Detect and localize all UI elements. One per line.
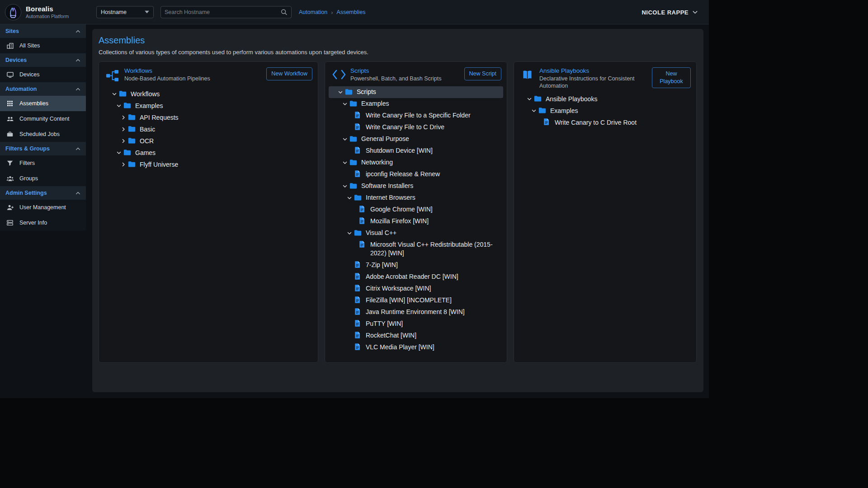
chevron-down-icon[interactable]	[340, 133, 349, 142]
chevron-down-icon[interactable]	[110, 88, 118, 97]
sidebar-item-all-sites[interactable]: All Sites	[0, 38, 86, 53]
file-icon	[358, 216, 369, 225]
file-icon	[358, 239, 369, 248]
search-input[interactable]	[165, 9, 280, 15]
tree-file-row[interactable]: Shutdown Device [WIN]	[329, 145, 503, 157]
chevron-spacer	[345, 330, 354, 333]
folder-icon	[127, 135, 139, 145]
tree-file-row[interactable]: FileZilla [WIN] [INCOMPLETE]	[329, 295, 503, 306]
chevron-down-icon[interactable]	[114, 100, 123, 109]
sidebar-section-header[interactable]: Automation	[0, 82, 86, 96]
sidebar-item-groups[interactable]: Groups	[0, 171, 86, 186]
chevron-down-icon[interactable]	[340, 157, 349, 166]
chevron-down-icon[interactable]	[529, 105, 538, 114]
new-playbook-button[interactable]: New Playbook	[652, 67, 691, 88]
tree-folder-row[interactable]: Examples	[518, 105, 693, 117]
chevron-down-icon[interactable]	[345, 192, 354, 201]
sidebar-item-label: Devices	[19, 71, 39, 78]
chevron-right-icon[interactable]	[119, 159, 127, 168]
tree-folder-row[interactable]: Ansible Playbooks	[518, 93, 693, 105]
file-icon	[358, 204, 369, 213]
chevron-spacer	[345, 342, 354, 344]
tree-item-label: Examples	[549, 105, 579, 117]
breadcrumb-link-automation[interactable]: Automation	[299, 9, 327, 15]
chevron-right-icon[interactable]	[119, 123, 127, 132]
tree-item-label: Write Canary File to C Drive	[365, 122, 445, 133]
tree-file-row[interactable]: Write Canary File to a Specific Folder	[329, 110, 503, 122]
tree-folder-row[interactable]: Examples	[103, 100, 314, 112]
user-menu[interactable]: NICOLE RAPPE	[642, 9, 698, 15]
tree-folder-row[interactable]: Basic	[103, 123, 314, 135]
tree-folder-row[interactable]: Networking	[329, 157, 503, 169]
tree-folder-row[interactable]: Scripts	[329, 86, 503, 98]
file-icon	[354, 271, 365, 280]
sidebar-item-assemblies[interactable]: Assemblies	[0, 96, 86, 111]
folder-icon	[354, 227, 365, 237]
tree-file-row[interactable]: Java Runtime Environment 8 [WIN]	[329, 306, 503, 318]
chevron-down-icon[interactable]	[525, 93, 533, 102]
hostname-select[interactable]: Hostname	[96, 6, 154, 18]
chevron-spacer	[345, 145, 354, 148]
chevron-right-icon[interactable]	[119, 112, 127, 121]
sidebar-item-user-management[interactable]: User Management	[0, 200, 86, 215]
file-icon	[354, 169, 365, 178]
tree-file-row[interactable]: RocketChat [WIN]	[329, 330, 503, 342]
chevron-down-icon[interactable]	[114, 147, 123, 156]
chevron-down-icon[interactable]	[336, 86, 344, 95]
tree-folder-row[interactable]: OCR	[103, 135, 314, 147]
file-icon	[354, 306, 365, 315]
tree-folder-row[interactable]: Software Installers	[329, 180, 503, 192]
sidebar-section-header[interactable]: Filters & Groups	[0, 142, 86, 155]
sidebar-section-header[interactable]: Devices	[0, 53, 86, 67]
tree-folder-row[interactable]: Games	[103, 147, 314, 159]
tree-file-row[interactable]: 7-Zip [WIN]	[329, 259, 503, 271]
tree-folder-row[interactable]: Internet Browsers	[329, 192, 503, 204]
sidebar-item-community-content[interactable]: Community Content	[0, 111, 86, 127]
chevron-right-icon[interactable]	[119, 135, 127, 144]
breadcrumb-link-assemblies[interactable]: Assemblies	[337, 9, 366, 15]
sidebar-item-scheduled-jobs[interactable]: Scheduled Jobs	[0, 127, 86, 142]
chevron-spacer	[345, 283, 354, 286]
tree-file-row[interactable]: PuTTY [WIN]	[329, 318, 503, 330]
tree-file-row[interactable]: Write Canary File to C Drive	[329, 122, 503, 133]
community-icon	[6, 115, 14, 123]
chevron-down-icon[interactable]	[340, 98, 349, 107]
brand-subtitle: Automation Platform	[26, 14, 69, 19]
tree-item-label: RocketChat [WIN]	[365, 330, 417, 342]
sidebar-item-devices[interactable]: Devices	[0, 67, 86, 82]
file-icon	[354, 318, 365, 327]
sidebar-item-filters[interactable]: Filters	[0, 155, 86, 171]
new-workflow-button[interactable]: New Workflow	[266, 67, 312, 80]
tree-item-label: Write Canary to C Drive Root	[554, 117, 637, 128]
chevron-down-icon[interactable]	[345, 227, 354, 236]
workflows-card: Workflows Node-Based Automation Pipeline…	[99, 61, 318, 363]
tree-folder-row[interactable]: Examples	[329, 98, 503, 110]
tree-folder-row[interactable]: General Purpose	[329, 133, 503, 145]
tree-file-row[interactable]: Write Canary to C Drive Root	[518, 117, 693, 128]
sidebar-item-server-info[interactable]: Server Info	[0, 215, 86, 230]
new-script-button[interactable]: New Script	[464, 67, 501, 80]
tree-folder-row[interactable]: API Requests	[103, 112, 314, 123]
tree-folder-row[interactable]: Visual C++	[329, 227, 503, 239]
tree-file-row[interactable]: Citrix Workspace [WIN]	[329, 283, 503, 295]
sidebar-section-label: Filters & Groups	[5, 145, 75, 152]
folder-icon	[533, 93, 545, 103]
scripts-card: Scripts Powershell, Batch, and Bash Scri…	[325, 61, 507, 363]
tree-file-row[interactable]: Adobe Acrobat Reader DC [WIN]	[329, 271, 503, 283]
tree-file-row[interactable]: VLC Media Player [WIN]	[329, 342, 503, 353]
sidebar-section-header[interactable]: Admin Settings	[0, 186, 86, 200]
tree-file-row[interactable]: Microsoft Visual C++ Redistributable (20…	[329, 239, 503, 259]
tree-folder-row[interactable]: Workflows	[103, 88, 314, 100]
sidebar-item-label: Filters	[19, 160, 35, 166]
tree-file-row[interactable]: ipconfig Release & Renew	[329, 169, 503, 180]
tree-file-row[interactable]: Google Chrome [WIN]	[329, 204, 503, 216]
tree-folder-row[interactable]: Flyff Universe	[103, 159, 314, 170]
sidebar-section-header[interactable]: Sites	[0, 24, 86, 38]
chevron-down-icon[interactable]	[340, 180, 349, 189]
tree-file-row[interactable]: Mozilla Firefox [WIN]	[329, 216, 503, 227]
assembly-cards: Workflows Node-Based Automation Pipeline…	[99, 61, 697, 363]
brand: Borealis Automation Platform	[5, 4, 69, 21]
folder-icon	[344, 86, 356, 96]
breadcrumb: Automation › Assemblies	[299, 9, 366, 15]
file-icon	[354, 259, 365, 268]
